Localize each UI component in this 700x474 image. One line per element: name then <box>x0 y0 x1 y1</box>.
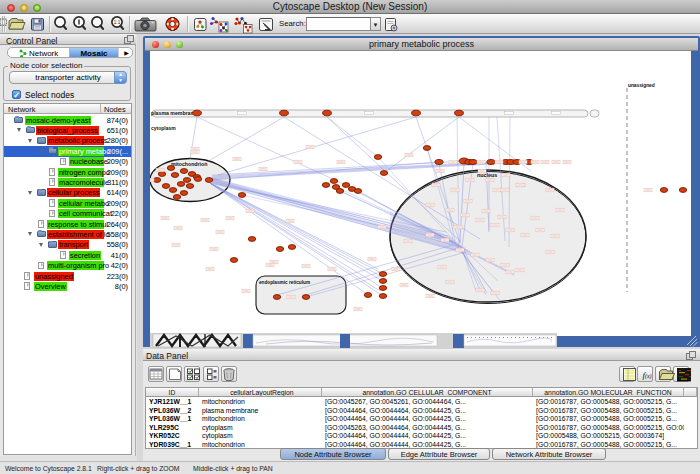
svg-text:endoplasmic reticulum: endoplasmic reticulum <box>259 280 310 285</box>
svg-text:unassigned: unassigned <box>628 83 655 88</box>
svg-text:f(x): f(x) <box>642 370 651 380</box>
svg-text:cytoplasm: cytoplasm <box>151 125 176 131</box>
svg-text:plasma membrane: plasma membrane <box>151 110 197 116</box>
svg-text:1:1: 1:1 <box>114 20 121 25</box>
svg-text:mitochondrion: mitochondrion <box>171 161 207 167</box>
